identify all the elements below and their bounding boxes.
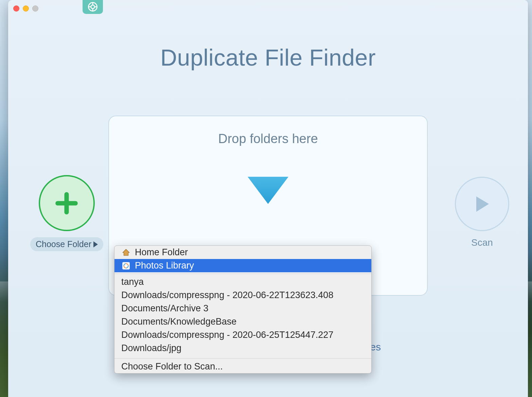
svg-point-1: [91, 5, 95, 9]
menu-item-recent[interactable]: Documents/KnowledgeBase: [114, 315, 371, 328]
choose-folder-menu: Home Folder Photos Library tanya Downloa…: [114, 245, 372, 374]
lifebuoy-icon: [88, 2, 98, 12]
menu-item-choose-folder[interactable]: Choose Folder to Scan...: [114, 360, 371, 373]
menu-item-label: Home Folder: [135, 247, 188, 258]
menu-item-label: Downloads/jpg: [121, 343, 181, 353]
menu-item-label: Downloads/compresspng - 2020-06-25T12544…: [121, 330, 333, 340]
chevron-right-icon: [93, 241, 98, 247]
minimize-window-button[interactable]: [23, 5, 29, 12]
menu-item-label: Choose Folder to Scan...: [121, 361, 223, 372]
menu-item-label: Photos Library: [135, 260, 194, 271]
help-button[interactable]: [83, 0, 103, 14]
menu-item-recent[interactable]: tanya: [114, 275, 371, 289]
svg-marker-8: [248, 177, 288, 204]
menu-item-recent[interactable]: Downloads/compresspng - 2020-06-25T12544…: [114, 328, 371, 342]
drop-zone-title: Drop folders here: [218, 132, 318, 146]
arrow-down-icon: [244, 173, 292, 207]
menu-recent-group: tanya Downloads/compresspng - 2020-06-22…: [114, 275, 371, 357]
add-folder-button[interactable]: [39, 175, 95, 231]
menu-item-label: tanya: [121, 277, 144, 287]
titlebar: [8, 0, 528, 17]
menu-item-recent[interactable]: Downloads/compresspng - 2020-06-22T12362…: [114, 289, 371, 302]
menu-separator: [114, 274, 371, 274]
menu-item-label: Documents/KnowledgeBase: [121, 316, 236, 327]
menu-item-label: Downloads/compresspng - 2020-06-22T12362…: [121, 290, 333, 300]
svg-marker-10: [123, 249, 129, 255]
menu-item-recent[interactable]: Downloads/jpg: [114, 342, 371, 355]
home-icon: [121, 248, 131, 257]
choose-folder-button[interactable]: Choose Folder: [30, 237, 103, 251]
menu-item-photos-library[interactable]: Photos Library: [114, 259, 371, 272]
photos-icon: [121, 261, 131, 271]
choose-folder-label: Choose Folder: [36, 239, 91, 249]
play-icon: [474, 195, 491, 213]
menu-item-home-folder[interactable]: Home Folder: [114, 246, 371, 259]
zoom-window-button[interactable]: [32, 5, 38, 12]
plus-icon: [55, 191, 78, 215]
menu-item-recent[interactable]: Documents/Archive 3: [114, 302, 371, 315]
scan-label: Scan: [471, 237, 493, 248]
menu-separator: [114, 358, 371, 359]
app-title: Duplicate File Finder: [8, 44, 528, 71]
close-window-button[interactable]: [13, 5, 19, 12]
menu-item-label: Documents/Archive 3: [121, 303, 209, 314]
svg-marker-9: [476, 196, 489, 212]
scan-button[interactable]: [455, 177, 509, 231]
